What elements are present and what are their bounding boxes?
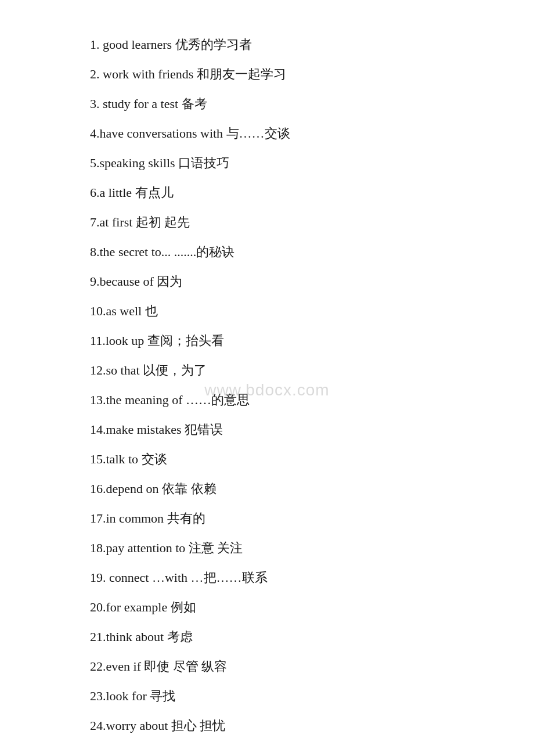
list-item: 16.depend on 依靠 依赖 — [90, 479, 488, 498]
list-item: 7.at first 起初 起先 — [90, 213, 488, 232]
list-item: 24.worry about 担心 担忧 — [90, 716, 488, 735]
list-item: 10.as well 也 — [90, 301, 488, 321]
list-item: 20.for example 例如 — [90, 597, 488, 617]
list-item: 8.the secret to... .......的秘诀 — [90, 242, 488, 261]
list-item: 17.in common 共有的 — [90, 509, 488, 528]
list-item: 9.because of 因为 — [90, 272, 488, 291]
list-item: 11.look up 查阅；抬头看 — [90, 331, 488, 350]
list-item: 19. connect …with …把……联系 — [90, 568, 488, 587]
list-item: 15.talk to 交谈 — [90, 449, 488, 469]
list-item: 5.speaking skills 口语技巧 — [90, 153, 488, 172]
list-item: 12.so that 以便，为了 — [90, 361, 488, 380]
vocab-list: 1. good learners 优秀的学习者2. work with frie… — [90, 35, 488, 735]
list-item: 22.even if 即使 尽管 纵容 — [90, 657, 488, 676]
list-item: 4.have conversations with 与……交谈 — [90, 124, 488, 143]
list-item: 18.pay attention to 注意 关注 — [90, 538, 488, 557]
list-item: 13.the meaning of ……的意思 — [90, 390, 488, 409]
list-item: 6.a little 有点儿 — [90, 183, 488, 202]
list-item: 2. work with friends 和朋友一起学习 — [90, 64, 488, 84]
list-item: 1. good learners 优秀的学习者 — [90, 35, 488, 54]
list-item: 14.make mistakes 犯错误 — [90, 420, 488, 439]
page-container: www.bdocx.com 1. good learners 优秀的学习者2. … — [0, 0, 534, 756]
list-item: 21.think about 考虑 — [90, 627, 488, 646]
list-item: 3. study for a test 备考 — [90, 94, 488, 113]
list-item: 23.look for 寻找 — [90, 686, 488, 705]
